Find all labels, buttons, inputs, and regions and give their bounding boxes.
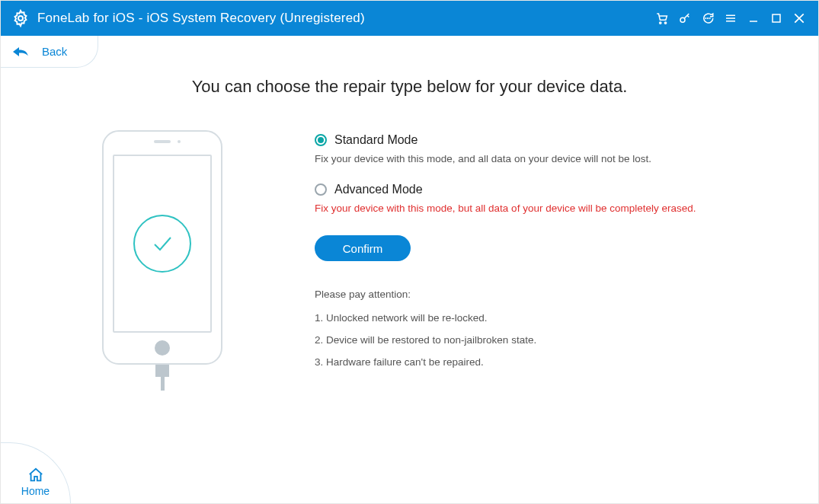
home-icon	[27, 467, 44, 483]
menu-icon[interactable]	[719, 1, 742, 36]
mode-advanced-desc: Fix your device with this mode, but all …	[315, 203, 809, 214]
maximize-button[interactable]	[765, 1, 788, 36]
svg-rect-7	[773, 14, 780, 22]
attention-notes: Please pay attention: 1. Unlocked networ…	[315, 289, 809, 368]
close-button[interactable]	[788, 1, 811, 36]
titlebar: FoneLab for iOS - iOS System Recovery (U…	[1, 1, 818, 36]
svg-point-4	[705, 18, 706, 19]
mode-standard-label: Standard Mode	[334, 133, 417, 147]
window-title: FoneLab for iOS - iOS System Recovery (U…	[37, 11, 365, 26]
page-heading: You can choose the repair type below for…	[10, 77, 809, 97]
radio-unselected-icon	[315, 183, 327, 196]
notes-heading: Please pay attention:	[315, 289, 809, 300]
mode-advanced-label: Advanced Mode	[334, 183, 423, 196]
app-logo-gear-icon	[11, 9, 30, 27]
cart-icon[interactable]	[651, 1, 673, 36]
radio-selected-icon	[315, 134, 327, 146]
mode-standard-desc: Fix your device with this mode, and all …	[315, 153, 809, 164]
home-label: Home	[21, 485, 50, 497]
feedback-icon[interactable]	[696, 1, 719, 36]
svg-point-0	[18, 16, 23, 21]
note-item: 2. Device will be restored to non-jailbr…	[315, 334, 809, 346]
svg-point-3	[680, 18, 685, 22]
mode-advanced-radio[interactable]: Advanced Mode	[315, 183, 809, 196]
svg-point-2	[664, 22, 666, 24]
device-illustration	[10, 130, 315, 392]
note-item: 3. Hardware failure can't be repaired.	[315, 356, 809, 368]
minimize-button[interactable]	[742, 1, 765, 36]
key-icon[interactable]	[673, 1, 696, 36]
checkmark-icon	[133, 215, 191, 273]
svg-point-5	[708, 18, 709, 19]
svg-point-6	[709, 18, 710, 19]
note-item: 1. Unlocked network will be re-locked.	[315, 312, 809, 324]
svg-point-1	[660, 22, 661, 24]
confirm-button[interactable]: Confirm	[315, 235, 411, 261]
mode-standard-radio[interactable]: Standard Mode	[315, 133, 809, 147]
